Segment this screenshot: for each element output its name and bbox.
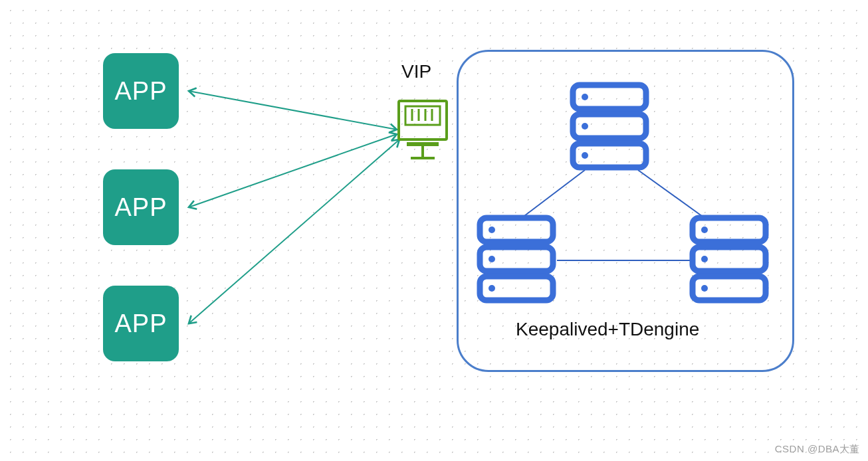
svg-rect-12: [407, 142, 439, 146]
app-label: APP: [114, 310, 167, 338]
arrow-app1-vip: [189, 91, 397, 130]
vip-device-icon: [399, 101, 447, 158]
arrow-app3-vip: [189, 139, 399, 323]
app-box-3: APP: [103, 286, 179, 361]
app-box-1: APP: [103, 53, 179, 129]
app-label: APP: [114, 77, 167, 106]
svg-rect-7: [405, 106, 440, 125]
app-label: APP: [114, 193, 167, 222]
app-box-2: APP: [103, 169, 179, 245]
svg-rect-6: [399, 101, 447, 139]
watermark: CSDN @DBA大董: [775, 443, 860, 456]
arrow-app2-vip: [189, 134, 397, 207]
cluster-label: Keepalived+TDengine: [516, 319, 699, 340]
diagram-canvas: { "apps": [ { "label": "APP" }, { "label…: [0, 0, 868, 461]
vip-label: VIP: [401, 61, 431, 82]
